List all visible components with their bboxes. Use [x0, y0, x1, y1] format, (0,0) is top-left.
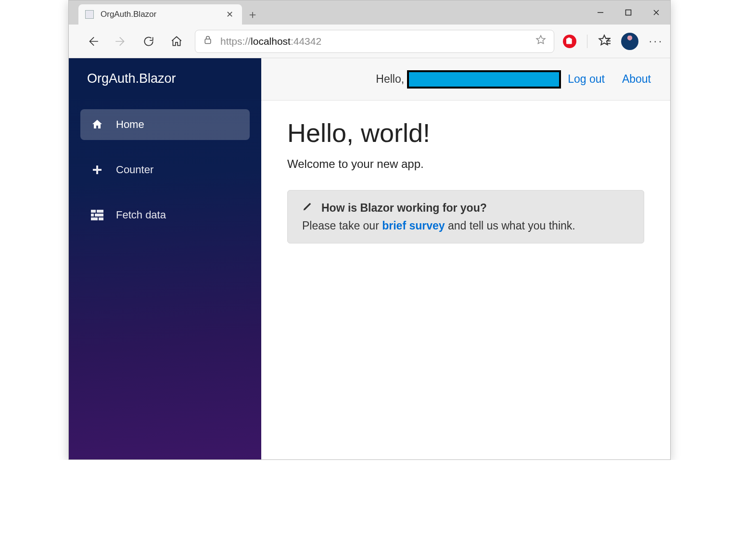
svg-rect-10 — [91, 214, 94, 216]
sidebar-item-label: Fetch data — [116, 209, 166, 221]
browser-titlebar: OrgAuth.Blazor ✕ ＋ — [69, 0, 670, 25]
survey-text-before: Please take our — [302, 219, 382, 232]
page-client-area: OrgAuth.Blazor Home Counter — [69, 58, 670, 459]
browser-toolbar: https://localhost:44342 ··· — [69, 25, 670, 58]
toolbar-separator — [587, 35, 587, 48]
svg-rect-1 — [626, 10, 631, 15]
sidebar-item-label: Counter — [116, 164, 153, 176]
survey-title: How is Blazor working for you? — [321, 202, 487, 215]
app-brand-label: OrgAuth.Blazor — [87, 71, 176, 86]
tab-close-button[interactable]: ✕ — [224, 7, 235, 22]
pencil-icon — [302, 201, 313, 215]
svg-rect-13 — [99, 217, 103, 220]
tab-title: OrgAuth.Blazor — [101, 10, 156, 19]
browser-window: OrgAuth.Blazor ✕ ＋ — [68, 0, 671, 460]
main-area: Hello, Log out About Hello, world! Welco… — [261, 58, 670, 459]
app-brand[interactable]: OrgAuth.Blazor — [69, 58, 261, 99]
about-link[interactable]: About — [622, 73, 651, 86]
window-maximize-button[interactable] — [614, 0, 642, 25]
page-subtext: Welcome to your new app. — [287, 157, 644, 171]
nav-refresh-button[interactable] — [139, 32, 158, 51]
url-host: localhost — [251, 36, 291, 47]
survey-alert: How is Blazor working for you? Please ta… — [287, 190, 644, 243]
greeting-label: Hello, — [376, 73, 404, 86]
adblock-icon[interactable] — [563, 35, 576, 48]
nav-back-button[interactable] — [83, 32, 102, 51]
survey-title-row: How is Blazor working for you? — [302, 201, 487, 215]
url-port: :44342 — [291, 36, 321, 47]
window-close-button[interactable] — [642, 0, 670, 25]
svg-rect-12 — [91, 217, 98, 220]
new-tab-button[interactable]: ＋ — [242, 4, 263, 25]
sidebar: OrgAuth.Blazor Home Counter — [69, 58, 261, 459]
home-icon — [90, 118, 104, 131]
address-url: https://localhost:44342 — [220, 36, 530, 47]
favorite-star-icon[interactable] — [535, 35, 546, 48]
toolbar-right-group: ··· — [563, 33, 663, 50]
collections-button[interactable] — [598, 34, 611, 49]
logout-link[interactable]: Log out — [568, 73, 605, 86]
window-controls — [586, 0, 670, 25]
survey-body: Please take our brief survey and tell us… — [302, 219, 629, 232]
profile-avatar[interactable] — [621, 33, 638, 50]
svg-rect-8 — [91, 210, 96, 213]
sidebar-item-fetch-data[interactable]: Fetch data — [80, 200, 250, 230]
tab-favicon — [85, 10, 94, 19]
browser-tab[interactable]: OrgAuth.Blazor ✕ — [78, 4, 242, 25]
survey-link[interactable]: brief survey — [382, 219, 445, 232]
nav-forward-button[interactable] — [111, 32, 130, 51]
plus-icon — [90, 164, 104, 176]
sidebar-item-home[interactable]: Home — [80, 109, 250, 140]
url-scheme: https:// — [220, 36, 251, 47]
page-content: Hello, world! Welcome to your new app. H… — [261, 101, 670, 261]
sidebar-item-counter[interactable]: Counter — [80, 154, 250, 185]
sidebar-nav: Home Counter — [69, 99, 261, 241]
username-redacted — [407, 70, 561, 89]
nav-home-button[interactable] — [167, 32, 186, 51]
svg-rect-9 — [97, 210, 103, 213]
address-bar[interactable]: https://localhost:44342 — [195, 30, 554, 53]
window-minimize-button[interactable] — [586, 0, 614, 25]
svg-rect-4 — [205, 39, 211, 43]
survey-text-after: and tell us what you think. — [445, 219, 575, 232]
more-menu-button[interactable]: ··· — [649, 35, 663, 48]
top-row: Hello, Log out About — [261, 58, 670, 101]
sidebar-item-label: Home — [116, 118, 144, 131]
list-icon — [90, 209, 104, 221]
page-heading: Hello, world! — [287, 118, 644, 148]
lock-icon — [203, 35, 213, 48]
svg-rect-11 — [95, 214, 103, 216]
